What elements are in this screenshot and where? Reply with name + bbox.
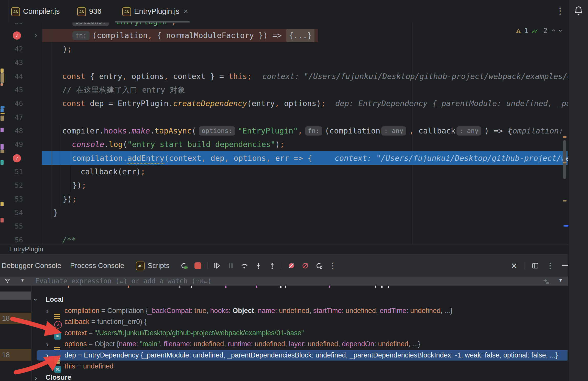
breadcrumb-item[interactable]: EntryPlugin: [9, 245, 43, 253]
tab-close-icon[interactable]: ×: [183, 7, 188, 16]
code-token: }: [53, 208, 58, 217]
breakpoints-off-button[interactable]: [301, 261, 310, 270]
variable-text: dep = EntryDependency {_parentModule: un…: [64, 350, 558, 361]
console-tab-scripts[interactable]: JSScripts: [136, 254, 170, 277]
code-line-39: 39options:"EntryPlugin",: [0, 23, 569, 28]
code-text: console.log("entry start build dependenc…: [72, 138, 285, 151]
code-text: options:"EntryPlugin",: [72, 23, 176, 28]
tree-chevron-right-icon[interactable]: ›: [46, 316, 49, 327]
right-tool-stripe: [568, 0, 588, 381]
tree-chevron-down-icon[interactable]: ›: [30, 298, 41, 301]
value-token: = function(_err0) {: [90, 318, 147, 326]
breadcrumb[interactable]: EntryPlugin: [0, 244, 569, 254]
line-number[interactable]: 42: [0, 42, 23, 56]
tab-compiler-js[interactable]: JSCompiler.js: [11, 0, 60, 23]
clipped-background-window-fragment: [1, 83, 3, 86]
code-line-49: 49console.log("entry start build depende…: [0, 138, 569, 151]
rerun-to-cursor-button[interactable]: [315, 261, 323, 270]
tree-chevron-right-icon[interactable]: ›: [46, 305, 49, 316]
inline-debugger-hint: context: "/Users/fujunkui/Desktop/github…: [262, 70, 569, 83]
resume-button[interactable]: [213, 261, 221, 270]
line-number[interactable]: 51: [0, 165, 23, 178]
variable-row[interactable]: ›options = Object {name: "main", filenam…: [0, 339, 569, 350]
step-over-button[interactable]: [240, 261, 249, 270]
line-number[interactable]: 46: [0, 97, 23, 110]
variable-row[interactable]: 01context = "/Users/fujunkui/Desktop/git…: [0, 328, 569, 339]
breakpoint-icon[interactable]: ✓: [13, 31, 21, 40]
clipped-console-text-fragment: [128, 286, 129, 288]
clipped-background-window-fragment: [1, 108, 4, 112]
fold-chevron-icon[interactable]: ›: [33, 29, 38, 42]
notifications-bell-icon[interactable]: [574, 6, 583, 16]
line-number[interactable]: 52: [0, 178, 23, 192]
code-token: err => {: [271, 154, 312, 163]
clipped-background-window-fragment: [1, 202, 4, 206]
clipped-console-text-fragment: [285, 286, 286, 288]
value-token: layer:: [289, 340, 306, 348]
code-token: context } =: [168, 72, 228, 81]
filter-icon[interactable]: [5, 278, 10, 284]
console-tab-debugger-console[interactable]: Debugger Console: [2, 254, 61, 277]
breakpoint-icon[interactable]: ✓: [13, 154, 21, 162]
clipped-background-window-fragment: [1, 113, 5, 114]
tree-chevron-right-icon[interactable]: ›: [46, 339, 49, 350]
inspections-widget[interactable]: 1 ✓✓ 2 › ›: [516, 26, 563, 35]
code-line-44: 44const { entry, options, context } = th…: [0, 70, 569, 83]
evaluate-expression-input[interactable]: Evaluate expression (↵) or add a watch (…: [35, 277, 212, 285]
stop-button[interactable]: [193, 261, 202, 270]
variable-row[interactable]: ›dep = EntryDependency {_parentModule: u…: [0, 350, 569, 361]
variable-row[interactable]: 01this = undefined: [0, 361, 569, 372]
variables-scope-local[interactable]: ›Local: [0, 294, 569, 305]
kebab-button[interactable]: ⋮: [329, 261, 337, 270]
debugger-variables-panel[interactable]: 1818 ›Local›compilation = Compilation {_…: [0, 286, 569, 381]
code-text: // 在这里构建了入口 entry 对象: [62, 83, 185, 97]
code-line-45: 45// 在这里构建了入口 entry 对象: [0, 83, 569, 97]
scope-label: Local: [46, 294, 64, 305]
evaluate-dropdown-caret-icon[interactable]: ▼: [558, 278, 563, 283]
tab-entryplugin-js[interactable]: JSEntryPlugin.js×: [122, 0, 188, 23]
indent-guide: [52, 29, 52, 219]
add-watch-icon[interactable]: [542, 278, 549, 284]
pause-button[interactable]: [226, 261, 235, 270]
line-number[interactable]: 56: [0, 233, 23, 244]
value-token: [192, 340, 194, 348]
editor-tab-bar: JSCompiler.jsJS936JSEntryPlugin.js× ⋮: [0, 0, 569, 23]
console-tab-process-console[interactable]: Process Console: [70, 254, 124, 277]
line-number[interactable]: 45: [0, 83, 23, 97]
line-number[interactable]: 39: [0, 23, 23, 28]
variables-scope-closure[interactable]: ›Closure: [0, 372, 569, 381]
rerun-debug-button[interactable]: [180, 261, 188, 270]
value-token: "/Users/fujunkui/Desktop/github-project/…: [95, 329, 304, 337]
close-button[interactable]: ×: [510, 261, 518, 270]
code-token: "EntryPlugin": [238, 126, 298, 135]
inline-debugger-hint: dep: EntryDependency {_parentModule: und…: [335, 97, 569, 110]
filter-dropdown-caret-icon[interactable]: ▼: [20, 278, 25, 283]
evaluate-expression-bar[interactable]: ▼ Evaluate expression (↵) or add a watch…: [0, 277, 569, 286]
code-line-43: 43: [0, 56, 569, 69]
variable-row[interactable]: ›λcallback = function(_err0) {: [0, 316, 569, 327]
clipped-background-window-fragment: [1, 106, 5, 108]
mute-breakpoints-button[interactable]: [287, 261, 296, 270]
tab-options-kebab-icon[interactable]: ⋮: [556, 6, 564, 16]
code-token: : any: [456, 126, 481, 136]
clipped-console-text-fragment: [280, 286, 281, 288]
variable-row[interactable]: ›compilation = Compilation {_backCompat:…: [0, 305, 569, 316]
kebab-button[interactable]: ⋮: [546, 261, 554, 270]
code-line-52: 52});: [0, 178, 569, 192]
step-out-button[interactable]: [268, 261, 277, 270]
tab-936[interactable]: JS936: [77, 0, 101, 23]
value-token: this: [64, 362, 75, 370]
line-number[interactable]: 43: [0, 56, 23, 69]
line-number[interactable]: 54: [0, 206, 23, 219]
step-into-button[interactable]: [254, 261, 263, 270]
code-line-54: 54}: [0, 206, 569, 219]
next-problem-icon[interactable]: ›: [556, 28, 565, 33]
layout-button[interactable]: [531, 261, 540, 270]
warning-icon: [516, 28, 521, 33]
tree-chevron-right-icon[interactable]: ›: [35, 372, 37, 381]
editor-scrollbar-thumb[interactable]: [563, 140, 566, 179]
minimize-button[interactable]: [561, 261, 569, 270]
tree-chevron-right-icon[interactable]: ›: [46, 350, 49, 361]
code-editor[interactable]: 39options:"EntryPlugin",✓›fn:(compilatio…: [0, 23, 569, 244]
code-token: "EntryPlugin": [111, 23, 171, 26]
